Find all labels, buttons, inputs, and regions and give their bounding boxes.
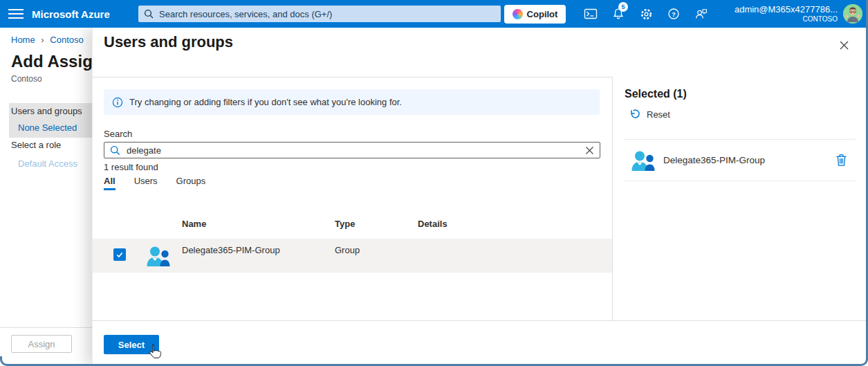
users-and-groups-picker-panel: Users and groups Try changing or adding … [92,28,868,366]
selected-count-title: Selected (1) [625,88,687,100]
tab-all[interactable]: All [104,176,116,190]
breadcrumb-separator-icon: › [41,35,44,45]
search-icon [110,145,120,156]
checkmark-icon [116,250,124,259]
picker-search-input[interactable] [127,145,579,156]
account-email: admin@M365x4277786... [735,4,838,15]
row-type: Group [335,245,360,255]
remove-item-button[interactable] [835,154,847,167]
select-role-label: Select a role [11,140,61,150]
info-banner-text: Try changing or adding filters if you do… [129,97,402,107]
cloud-shell-button[interactable] [577,0,604,28]
global-search-bar[interactable] [138,6,501,22]
tab-groups[interactable]: Groups [176,176,206,190]
help-button[interactable]: ? [660,0,687,28]
cloud-shell-icon [584,8,598,20]
clear-search-icon[interactable] [585,146,594,155]
selected-item: Delegate365-PIM-Group [623,139,856,181]
page-subtitle: Contoso [11,74,42,84]
search-icon [144,9,154,19]
picker-search-box[interactable] [104,142,600,158]
account-tenant: CONTOSO [735,15,838,24]
users-and-groups-setting[interactable]: Users and groups None Selected [9,103,92,138]
info-icon [112,97,123,108]
search-label: Search [104,129,132,139]
copilot-icon [513,9,523,19]
reset-icon [629,109,640,120]
result-count: 1 result found [104,162,158,172]
panel-title: Users and groups [104,33,233,51]
panel-header-divider [93,77,612,77]
breadcrumb-home-link[interactable]: Home [11,35,35,45]
info-banner: Try changing or adding filters if you do… [104,89,600,115]
selected-item-name: Delegate365-PIM-Group [663,155,765,165]
table-row[interactable]: Delegate365-PIM-Group Group [93,239,612,273]
copilot-button[interactable]: Copilot [504,5,566,24]
group-icon [146,245,171,267]
row-checkbox[interactable] [113,248,126,261]
users-and-groups-label: Users and groups [9,103,92,116]
avatar-image [843,4,862,24]
reset-button[interactable]: Reset [629,109,670,120]
feedback-button[interactable] [687,0,715,28]
trash-icon [835,154,847,167]
brand-title[interactable]: Microsoft Azure [32,8,123,20]
select-button[interactable]: Select [104,335,159,354]
column-header-details: Details [418,219,447,229]
notification-count-badge: 5 [618,2,628,12]
close-icon [839,40,849,51]
hamburger-menu-icon[interactable] [0,0,32,28]
tab-users[interactable]: Users [134,176,158,190]
filter-tabs: All Users Groups [104,176,205,190]
column-header-name: Name [182,219,206,229]
avatar[interactable] [843,4,862,24]
gear-icon [640,8,653,21]
selected-items-panel: Selected (1) Reset Delegate365-PIM-Group [613,77,868,320]
reset-label: Reset [647,109,670,120]
feedback-icon [695,8,708,20]
assign-button[interactable]: Assign [11,335,72,353]
add-assignment-blade: Home › Contoso Add Assig Contoso Users a… [0,28,92,366]
row-name: Delegate365-PIM-Group [182,245,280,255]
breadcrumb-contoso-link[interactable]: Contoso [50,35,83,45]
copilot-label: Copilot [527,9,558,19]
notifications-button[interactable]: 5 [604,0,632,28]
breadcrumb: Home › Contoso [11,35,84,45]
account-info[interactable]: admin@M365x4277786... CONTOSO [735,4,843,24]
panel-footer: Select [93,320,868,366]
topbar-icon-cluster: 5 ? [577,0,715,28]
svg-text:?: ? [672,10,676,18]
blade-footer: Assign [0,327,92,366]
global-search-input[interactable] [159,9,495,19]
column-header-type: Type [335,219,355,229]
azure-top-bar: Microsoft Azure Copilot 5 [0,0,868,28]
help-icon: ? [667,8,680,20]
settings-button[interactable] [632,0,660,28]
table-header: Name Type Details [93,211,612,237]
close-panel-button[interactable] [837,38,851,52]
users-and-groups-value-link[interactable]: None Selected [9,116,92,133]
page-title: Add Assig [11,52,92,71]
role-value-link[interactable]: Default Access [18,158,77,169]
group-icon [631,149,656,172]
